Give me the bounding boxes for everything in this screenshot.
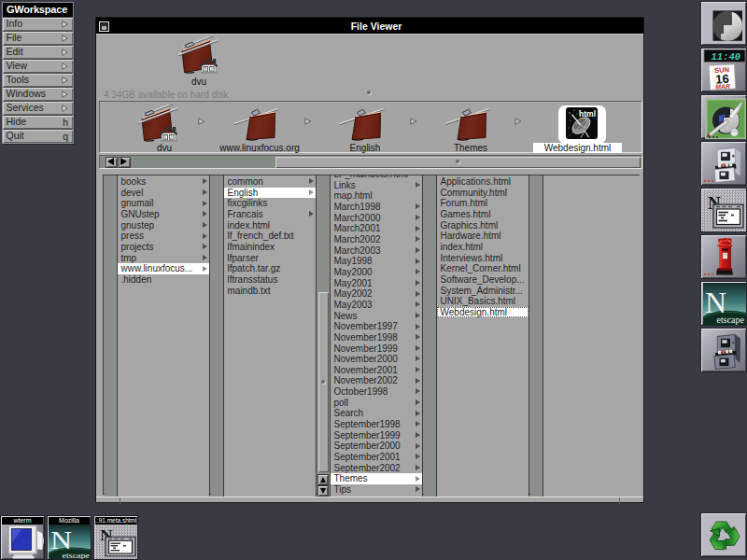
svg-text:html: html (579, 109, 596, 119)
svg-text:MAR: MAR (715, 83, 730, 91)
svg-text:11:40: 11:40 (711, 51, 740, 63)
svg-text:etscape: etscape (717, 315, 745, 325)
svg-text:etscape: etscape (63, 551, 90, 559)
